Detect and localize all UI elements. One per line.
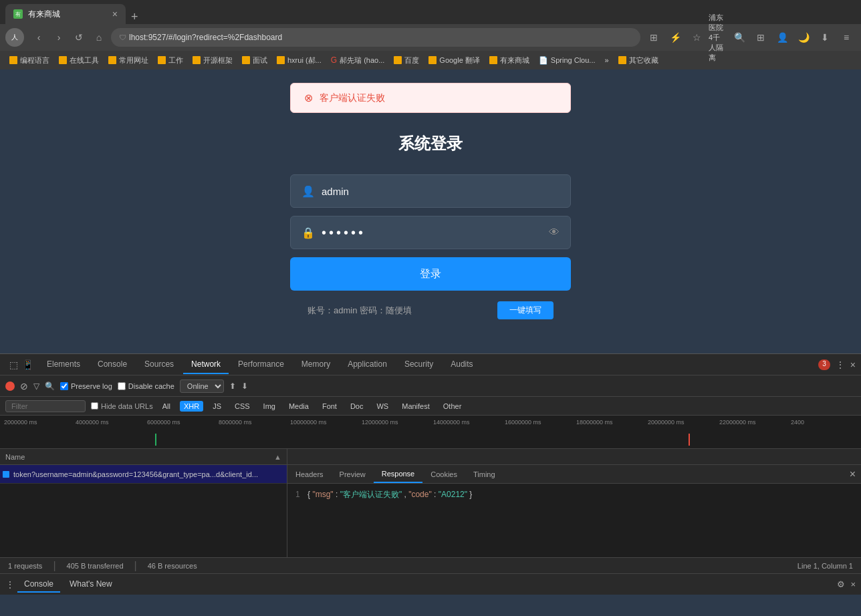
- back-button[interactable]: ‹: [31, 29, 47, 45]
- devtools-inspect-icon[interactable]: ⬚: [9, 359, 18, 370]
- response-close-button[interactable]: ×: [844, 468, 861, 480]
- external-link[interactable]: 浦东医院4千人隔离: [709, 28, 727, 47]
- folder-icon: [394, 56, 402, 64]
- import-button[interactable]: ⬆: [229, 381, 236, 391]
- tab-title: 有来商城: [28, 9, 60, 20]
- bookmark-item[interactable]: 开源框架: [189, 54, 237, 67]
- bookmark-item[interactable]: 面试: [238, 54, 271, 67]
- record-button[interactable]: [5, 381, 15, 391]
- search-button[interactable]: 🔍: [45, 381, 55, 391]
- tab-performance[interactable]: Performance: [230, 355, 292, 374]
- fill-button[interactable]: 一键填写: [497, 301, 554, 319]
- moon-icon[interactable]: 🌙: [794, 28, 813, 47]
- bookmark-more[interactable]: »: [601, 55, 613, 65]
- profile-icon[interactable]: 👤: [773, 28, 791, 47]
- tab-timing[interactable]: Timing: [465, 466, 503, 482]
- eye-toggle-icon[interactable]: 👁: [549, 226, 560, 239]
- forward-button[interactable]: ›: [51, 29, 67, 45]
- bookmark-icon[interactable]: ☆: [687, 28, 706, 47]
- tab-network[interactable]: Network: [183, 355, 229, 374]
- tab-console[interactable]: Console: [90, 355, 135, 374]
- filter-img[interactable]: Img: [259, 401, 279, 412]
- password-input[interactable]: ••••••: [322, 225, 542, 241]
- password-field: 🔒 •••••• 👁: [290, 216, 571, 249]
- disable-cache-checkbox[interactable]: Disable cache: [118, 382, 174, 390]
- tab-console-bottom[interactable]: Console: [17, 577, 60, 593]
- tab-elements[interactable]: Elements: [39, 355, 88, 374]
- filter-js[interactable]: JS: [209, 401, 225, 412]
- preserve-log-checkbox[interactable]: Preserve log: [60, 382, 112, 390]
- bottom-menu-icon[interactable]: ⋮: [5, 579, 15, 590]
- filter-manifest[interactable]: Manifest: [398, 401, 434, 412]
- main-content: ⊗ 客户端认证失败 系统登录 👤 admin 🔒 •••••• 👁 登录 账号：…: [0, 69, 861, 353]
- filter-css[interactable]: CSS: [231, 401, 254, 412]
- tab-sources[interactable]: Sources: [136, 355, 182, 374]
- download-icon[interactable]: ⬇: [816, 28, 834, 47]
- tab-application[interactable]: Application: [340, 355, 395, 374]
- export-button[interactable]: ⬇: [241, 381, 248, 391]
- filter-row: Hide data URLs All XHR JS CSS Img Media …: [0, 397, 861, 416]
- bookmark-item[interactable]: 常用网址: [104, 54, 152, 67]
- bookmark-item[interactable]: Google 翻译: [424, 54, 484, 67]
- network-toolbar: ⊘ ▽ 🔍 Preserve log Disable cache Online …: [0, 375, 861, 397]
- menu-button[interactable]: ≡: [837, 28, 856, 47]
- extension-icon[interactable]: ⚡: [666, 28, 685, 47]
- qr-icon[interactable]: ⊞: [644, 28, 663, 47]
- new-tab-button[interactable]: +: [126, 10, 144, 24]
- tab-close-button[interactable]: ×: [112, 9, 118, 19]
- tab-cookies[interactable]: Cookies: [422, 466, 465, 482]
- gear-icon[interactable]: ⚙: [837, 579, 845, 589]
- tab-response[interactable]: Response: [374, 466, 423, 483]
- tab-security[interactable]: Security: [396, 355, 441, 374]
- hide-data-urls-checkbox[interactable]: Hide data URLs: [91, 402, 153, 410]
- search-button[interactable]: 🔍: [730, 28, 749, 47]
- devtools-close-button[interactable]: ×: [850, 359, 856, 370]
- address-input[interactable]: 🛡 lhost:9527/#/login?redirect=%2Fdashboa…: [111, 28, 640, 47]
- bookmark-item[interactable]: G郝先瑞 (hao...: [327, 54, 389, 67]
- network-body: token?username=admin&password=123456&gra…: [0, 465, 861, 557]
- filter-ws[interactable]: WS: [372, 401, 392, 412]
- tab-memory[interactable]: Memory: [293, 355, 338, 374]
- bookmark-item[interactable]: 在线工具: [55, 54, 103, 67]
- devtools-controls: ⬚ 📱: [5, 359, 37, 370]
- bookmark-item[interactable]: 百度: [390, 54, 423, 67]
- request-icon: [3, 471, 9, 478]
- stop-recording-button[interactable]: ⊘: [20, 381, 28, 392]
- tab-audits[interactable]: Audits: [443, 355, 481, 374]
- filter-font[interactable]: Font: [318, 401, 341, 412]
- bookmark-item[interactable]: 其它收藏: [614, 54, 662, 67]
- filter-other[interactable]: Other: [439, 401, 466, 412]
- login-button[interactable]: 登录: [290, 257, 571, 291]
- devtools-more-button[interactable]: ⋮: [836, 359, 845, 370]
- bookmark-item[interactable]: 编程语言: [5, 54, 53, 67]
- timeline-label: 12000000 ms: [359, 419, 430, 426]
- filter-doc[interactable]: Doc: [346, 401, 368, 412]
- filter-xhr[interactable]: XHR: [180, 401, 203, 412]
- tab-preview[interactable]: Preview: [332, 466, 374, 482]
- bookmark-item[interactable]: 📄Spring Clou...: [535, 55, 600, 66]
- timeline-bar-green: [155, 434, 156, 446]
- extensions-button[interactable]: ⊞: [751, 28, 770, 47]
- filter-button[interactable]: ▽: [33, 381, 39, 391]
- folder-icon: [158, 56, 166, 64]
- close-bottom-bar-button[interactable]: ×: [850, 579, 856, 589]
- throttle-select[interactable]: Online: [180, 379, 224, 393]
- bookmark-item[interactable]: 有来商城: [485, 54, 533, 67]
- filter-media[interactable]: Media: [285, 401, 313, 412]
- timeline-label: 8000000 ms: [216, 419, 287, 426]
- response-body: 1 { "msg" : "客户端认证失败" , "code" : "A0212"…: [287, 484, 861, 557]
- network-row[interactable]: token?username=admin&password=123456&gra…: [0, 465, 287, 484]
- filter-all[interactable]: All: [158, 401, 174, 412]
- devtools-device-icon[interactable]: 📱: [22, 359, 33, 370]
- filter-input[interactable]: [5, 400, 86, 412]
- bookmark-item[interactable]: hxrui (郝...: [273, 54, 326, 67]
- reload-button[interactable]: ↺: [71, 29, 87, 45]
- username-value[interactable]: admin: [322, 186, 560, 197]
- error-circle-icon: ⊗: [304, 92, 313, 104]
- bottom-bar: ⋮ Console What's New ⚙ ×: [0, 573, 861, 595]
- tab-whats-new[interactable]: What's New: [63, 577, 119, 593]
- bookmark-item[interactable]: 工作: [154, 54, 187, 67]
- tab-headers[interactable]: Headers: [287, 466, 332, 482]
- home-button[interactable]: ⌂: [91, 29, 107, 45]
- active-tab[interactable]: 有 有来商城 ×: [5, 4, 126, 24]
